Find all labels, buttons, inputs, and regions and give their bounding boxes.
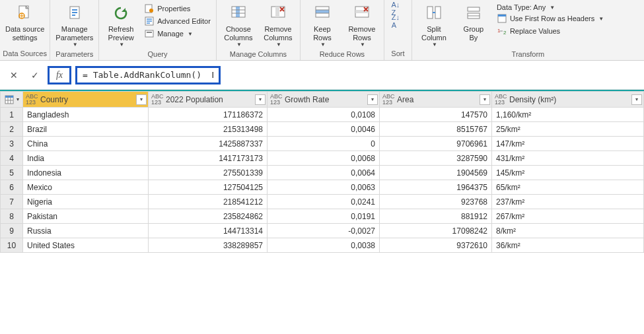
manage-button[interactable]: Manage ▼ [141, 28, 213, 40]
filter-button[interactable]: ▾ [631, 94, 642, 105]
cell-growth[interactable]: 0,0108 [268, 108, 380, 122]
data-source-settings-button[interactable]: Data source settings [3, 1, 47, 43]
cell-population[interactable]: 215313498 [149, 122, 268, 137]
cell-density[interactable]: 431/km² [492, 151, 644, 166]
cell-area[interactable]: 1904569 [380, 166, 492, 180]
column-header-growth[interactable]: ABC123Growth Rate▾ [268, 92, 380, 108]
refresh-preview-button[interactable]: Refresh Preview ▼ [102, 1, 140, 49]
cell-population[interactable]: 171186372 [149, 108, 268, 122]
row-number[interactable]: 2 [1, 122, 23, 137]
row-number[interactable]: 7 [1, 195, 23, 209]
column-header-country[interactable]: ABC123Country▾ [23, 92, 149, 108]
cell-country[interactable]: India [23, 151, 149, 166]
row-number[interactable]: 10 [1, 238, 23, 253]
properties-button[interactable]: Properties [141, 3, 213, 15]
group-by-button[interactable]: Group By [454, 1, 493, 43]
cell-area[interactable]: 8515767 [380, 122, 492, 137]
table-row[interactable]: 10United States3382898570,0038937261036/… [1, 238, 644, 253]
advanced-editor-button[interactable]: Advanced Editor [141, 15, 213, 27]
confirm-formula-button[interactable]: ✓ [26, 67, 44, 84]
filter-button[interactable]: ▾ [255, 94, 266, 105]
formula-input[interactable] [81, 69, 215, 81]
cancel-formula-button[interactable]: ✕ [5, 67, 22, 84]
table-row[interactable]: 8Pakistan2358248620,0191881912267/km² [1, 209, 644, 224]
column-header-area[interactable]: ABC123Area▾ [380, 92, 492, 108]
split-column-button[interactable]: Split Column ▼ [415, 1, 453, 49]
cell-area[interactable]: 9706961 [380, 137, 492, 151]
row-number[interactable]: 5 [1, 166, 23, 180]
cell-growth[interactable]: 0,0063 [268, 180, 380, 195]
data-type-button[interactable]: Data Type: Any ▼ [494, 3, 606, 12]
cell-country[interactable]: China [23, 137, 149, 151]
manage-parameters-button[interactable]: Manage Parameters ▼ [53, 1, 96, 49]
sort-descending-button[interactable]: Z↓A [387, 15, 404, 27]
cell-population[interactable]: 144713314 [149, 224, 268, 238]
keep-rows-button[interactable]: Keep Rows ▼ [303, 1, 341, 49]
cell-growth[interactable]: -0,0027 [268, 224, 380, 238]
cell-growth[interactable]: 0,0038 [268, 238, 380, 253]
replace-values-button[interactable]: 12 Replace Values [494, 25, 606, 37]
fx-button[interactable]: fx [48, 66, 71, 84]
cell-population[interactable]: 235824862 [149, 209, 268, 224]
row-number[interactable]: 8 [1, 209, 23, 224]
cell-population[interactable]: 275501339 [149, 166, 268, 180]
cell-area[interactable]: 923768 [380, 195, 492, 209]
cell-density[interactable]: 267/km² [492, 209, 644, 224]
filter-button[interactable]: ▾ [480, 94, 490, 105]
table-row[interactable]: 5Indonesia2755013390,00641904569145/km² [1, 166, 644, 180]
cell-population[interactable]: 127504125 [149, 180, 268, 195]
remove-rows-button[interactable]: Remove Rows ▼ [343, 1, 381, 49]
table-corner[interactable]: ▾ [1, 92, 23, 108]
row-number[interactable]: 6 [1, 180, 23, 195]
cell-density[interactable]: 8/km² [492, 224, 644, 238]
cell-area[interactable]: 9372610 [380, 238, 492, 253]
table-row[interactable]: 6Mexico1275041250,0063196437565/km² [1, 180, 644, 195]
cell-density[interactable]: 1,160/km² [492, 108, 644, 122]
table-row[interactable]: 7Nigeria2185412120,0241923768237/km² [1, 195, 644, 209]
cell-country[interactable]: Indonesia [23, 166, 149, 180]
cell-population[interactable]: 1417173173 [149, 151, 268, 166]
row-number[interactable]: 9 [1, 224, 23, 238]
table-row[interactable]: 1Bangladesh1711863720,01081475701,160/km… [1, 108, 644, 122]
table-row[interactable]: 3China142588733709706961147/km² [1, 137, 644, 151]
cell-area[interactable]: 3287590 [380, 151, 492, 166]
cell-growth[interactable]: 0 [268, 137, 380, 151]
cell-area[interactable]: 1964375 [380, 180, 492, 195]
cell-density[interactable]: 145/km² [492, 166, 644, 180]
cell-growth[interactable]: 0,0191 [268, 209, 380, 224]
cell-density[interactable]: 65/km² [492, 180, 644, 195]
choose-columns-button[interactable]: Choose Columns ▼ [219, 1, 258, 49]
table-row[interactable]: 9Russia144713314-0,0027170982428/km² [1, 224, 644, 238]
cell-area[interactable]: 17098242 [380, 224, 492, 238]
table-row[interactable]: 4India14171731730,00683287590431/km² [1, 151, 644, 166]
cell-growth[interactable]: 0,0068 [268, 151, 380, 166]
column-header-density[interactable]: ABC123Density (km²)▾ [492, 92, 644, 108]
filter-button[interactable]: ▾ [367, 94, 378, 105]
cell-growth[interactable]: 0,0241 [268, 195, 380, 209]
cell-growth[interactable]: 0,0046 [268, 122, 380, 137]
cell-growth[interactable]: 0,0064 [268, 166, 380, 180]
cell-country[interactable]: United States [23, 238, 149, 253]
cell-density[interactable]: 36/km² [492, 238, 644, 253]
cell-density[interactable]: 147/km² [492, 137, 644, 151]
table-row[interactable]: 2Brazil2153134980,0046851576725/km² [1, 122, 644, 137]
remove-columns-button[interactable]: Remove Columns ▼ [259, 1, 297, 49]
cell-area[interactable]: 147570 [380, 108, 492, 122]
cell-density[interactable]: 237/km² [492, 195, 644, 209]
cell-population[interactable]: 218541212 [149, 195, 268, 209]
cell-country[interactable]: Nigeria [23, 195, 149, 209]
cell-country[interactable]: Russia [23, 224, 149, 238]
column-header-population[interactable]: ABC1232022 Population▾ [149, 92, 268, 108]
cell-country[interactable]: Mexico [23, 180, 149, 195]
cell-area[interactable]: 881912 [380, 209, 492, 224]
cell-country[interactable]: Pakistan [23, 209, 149, 224]
row-number[interactable]: 1 [1, 108, 23, 122]
filter-button[interactable]: ▾ [136, 94, 147, 105]
cell-population[interactable]: 338289857 [149, 238, 268, 253]
cell-country[interactable]: Bangladesh [23, 108, 149, 122]
cell-country[interactable]: Brazil [23, 122, 149, 137]
cell-density[interactable]: 25/km² [492, 122, 644, 137]
row-number[interactable]: 4 [1, 151, 23, 166]
cell-population[interactable]: 1425887337 [149, 137, 268, 151]
first-row-headers-button[interactable]: Use First Row as Headers ▼ [494, 13, 606, 24]
